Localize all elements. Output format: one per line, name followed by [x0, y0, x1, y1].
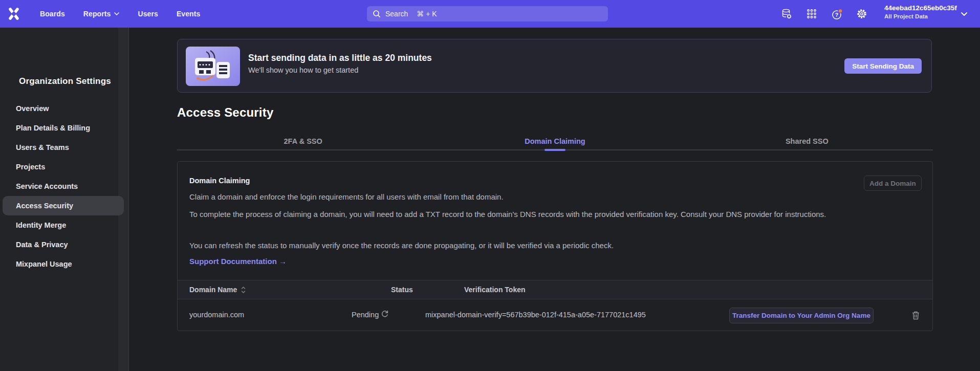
column-header-label: Status: [391, 286, 413, 294]
apps-grid-icon[interactable]: [806, 8, 817, 19]
account-id: 44eebad12c65eb0c35f: [884, 4, 957, 12]
nav-item-label: Boards: [40, 10, 65, 18]
svg-text:?: ?: [835, 12, 838, 18]
domain-claiming-panel: Domain Claiming Add a Domain Claim a dom…: [177, 161, 933, 331]
sidebar-item-projects[interactable]: Projects: [3, 157, 124, 177]
nav-item-label: Events: [177, 10, 201, 18]
search-placeholder: Search: [385, 10, 408, 18]
nav-item-events[interactable]: Events: [177, 10, 201, 18]
column-header-status: Status: [391, 286, 413, 294]
search-shortcut: ⌘ + K: [417, 10, 437, 18]
sidebar-item-access-security[interactable]: Access Security: [3, 196, 124, 215]
sidebar-item-label: Service Accounts: [16, 182, 78, 190]
sidebar-item-overview[interactable]: Overview: [3, 99, 124, 118]
nav-item-label: Reports: [83, 10, 111, 18]
settings-gear-icon[interactable]: [856, 8, 867, 19]
sidebar-item-identity-merge[interactable]: Identity Merge: [3, 215, 124, 235]
sidebar-item-label: Identity Merge: [16, 221, 66, 229]
banner-subtitle: We'll show you how to get started: [248, 66, 358, 74]
sidebar-item-label: Data & Privacy: [16, 241, 68, 249]
mixpanel-app: Boards Reports Users Events: [0, 0, 980, 371]
sidebar-item-data-privacy[interactable]: Data & Privacy: [3, 235, 124, 254]
add-domain-button[interactable]: Add a Domain: [864, 176, 922, 191]
sidebar-item-label: Mixpanel Usage: [16, 260, 72, 268]
data-management-icon[interactable]: [781, 8, 792, 19]
sidebar-title: Organization Settings: [19, 76, 111, 86]
sidebar-item-service-accounts[interactable]: Service Accounts: [3, 177, 124, 196]
sidebar-item-label: Access Security: [16, 202, 73, 210]
delete-domain-trash-icon[interactable]: [911, 311, 920, 320]
active-tab-indicator: [545, 149, 565, 151]
sort-icon: [241, 287, 246, 293]
nav-item-users[interactable]: Users: [138, 10, 158, 18]
panel-heading: Domain Claiming: [189, 177, 250, 185]
nav-item-boards[interactable]: Boards: [40, 10, 65, 18]
search-input[interactable]: Search ⌘ + K: [367, 6, 608, 21]
panel-description-1: Claim a domain and enforce the login req…: [189, 191, 504, 203]
nav-item-label: Users: [138, 10, 158, 18]
sidebar-item-label: Users & Teams: [16, 143, 69, 151]
account-chevron-down-icon[interactable]: [961, 12, 967, 16]
transfer-domain-button[interactable]: Transfer Domain to Your Admin Org Name: [729, 308, 874, 323]
panel-description-3: You can refresh the status to manually v…: [189, 240, 614, 251]
help-icon[interactable]: ?: [831, 8, 842, 19]
banner-illustration: [186, 47, 240, 86]
account-switcher[interactable]: 44eebad12c65eb0c35f All Project Data: [884, 4, 957, 20]
sidebar-item-users-teams[interactable]: Users & Teams: [3, 138, 124, 157]
account-scope: All Project Data: [884, 13, 957, 20]
nav-menu: Boards Reports Users Events: [40, 0, 200, 28]
tab-bar: 2FA & SSO Domain Claiming Shared SSO: [177, 134, 933, 150]
sidebar-item-label: Overview: [16, 104, 49, 113]
onboarding-banner: Start sending data in as little as 20 mi…: [177, 39, 932, 93]
sidebar-divider: [128, 28, 129, 371]
tab-domain-claiming[interactable]: Domain Claiming: [429, 134, 681, 150]
search-icon: [373, 10, 381, 18]
sidebar-item-mixpanel-usage[interactable]: Mixpanel Usage: [3, 254, 124, 274]
support-documentation-link[interactable]: Support Documentation →: [189, 257, 287, 266]
sidebar-item-plan-details-billing[interactable]: Plan Details & Billing: [3, 118, 124, 138]
settings-sidebar: Organization Settings Overview Plan Deta…: [0, 28, 129, 371]
sidebar-item-label: Plan Details & Billing: [16, 124, 90, 132]
domain-table-row: yourdomain.com Pending mixpanel-domain-v…: [178, 299, 932, 331]
start-sending-data-button[interactable]: Start Sending Data: [844, 58, 922, 74]
refresh-status-icon[interactable]: [381, 310, 389, 318]
mixpanel-logo-icon[interactable]: [7, 7, 20, 20]
nav-item-reports[interactable]: Reports: [83, 10, 120, 18]
domain-status-cell: Pending: [352, 311, 379, 319]
nav-right-icons: ?: [781, 0, 867, 28]
sidebar-nav: Overview Plan Details & Billing Users & …: [3, 99, 124, 274]
tab-shared-sso[interactable]: Shared SSO: [681, 134, 933, 150]
page-title: Access Security: [177, 105, 273, 120]
sidebar-item-label: Projects: [16, 163, 45, 171]
domain-name-cell: yourdomain.com: [189, 311, 244, 319]
panel-description-2: To complete the process of claiming a do…: [189, 209, 855, 220]
verification-token-cell: mixpanel-domain-verify=567b39be-012f-415…: [425, 311, 646, 319]
column-header-verification-token: Verification Token: [464, 286, 526, 294]
column-header-label: Verification Token: [464, 286, 526, 294]
column-header-domain-name[interactable]: Domain Name: [189, 286, 246, 294]
domains-table-header: Domain Name Status Verification Token: [178, 280, 932, 299]
tab-2fa-sso[interactable]: 2FA & SSO: [177, 134, 429, 150]
chevron-down-icon: [114, 12, 119, 15]
banner-title: Start sending data in as little as 20 mi…: [248, 53, 432, 63]
column-header-label: Domain Name: [189, 286, 237, 294]
top-navbar: Boards Reports Users Events: [0, 0, 980, 28]
